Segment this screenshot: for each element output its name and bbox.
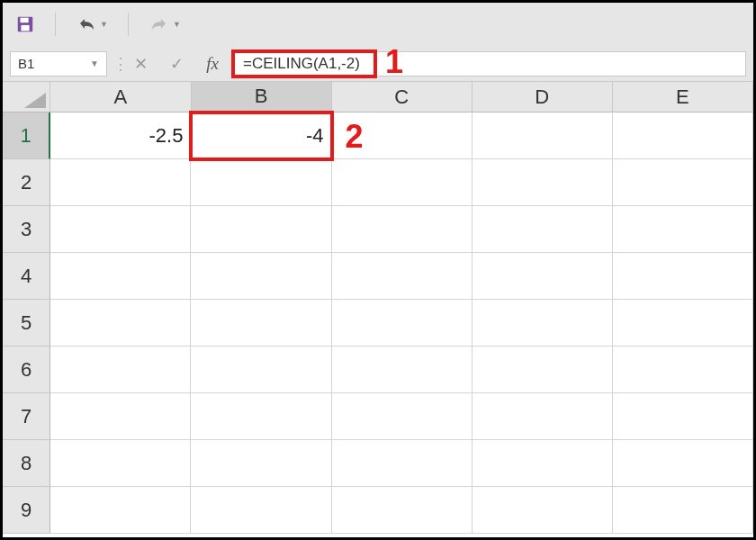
cell-D5[interactable] xyxy=(472,300,613,346)
name-box[interactable]: B1 ▼ xyxy=(10,51,107,76)
cell-C4[interactable] xyxy=(332,253,472,300)
cell-D8[interactable] xyxy=(472,440,613,487)
formula-input[interactable]: =CEILING(A1,-2) 1 xyxy=(233,51,746,76)
grid-row-8: 8 xyxy=(3,440,753,487)
redo-button[interactable]: ▼ xyxy=(148,15,181,33)
cell-A8[interactable] xyxy=(50,440,191,487)
cell-E7[interactable] xyxy=(613,393,753,440)
cell-B5[interactable] xyxy=(191,300,331,346)
cell-E8[interactable] xyxy=(613,440,753,487)
cell-C8[interactable] xyxy=(332,440,472,487)
column-header-A[interactable]: A xyxy=(50,82,191,112)
row-header-3[interactable]: 3 xyxy=(3,206,50,253)
svg-rect-1 xyxy=(21,18,29,23)
cancel-icon: ✕ xyxy=(134,54,148,74)
cell-C5[interactable] xyxy=(332,300,472,346)
grid-row-7: 7 xyxy=(3,393,753,440)
column-header-E[interactable]: E xyxy=(613,82,753,112)
cell-D1[interactable] xyxy=(472,112,613,159)
cell-A1[interactable]: -2.5 xyxy=(50,112,191,159)
row-header-1[interactable]: 1 xyxy=(3,112,50,159)
save-icon xyxy=(15,14,35,34)
column-header-B[interactable]: B xyxy=(192,82,332,112)
grid-row-4: 4 xyxy=(3,253,753,300)
chevron-down-icon: ▼ xyxy=(90,58,99,68)
chevron-down-icon: ▼ xyxy=(173,20,181,29)
cell-D2[interactable] xyxy=(472,159,613,206)
fx-icon: fx xyxy=(206,54,219,74)
grid-row-5: 5 xyxy=(3,300,753,346)
cell-C2[interactable] xyxy=(332,159,472,206)
cell-D3[interactable] xyxy=(472,206,613,253)
grid-row-2: 2 xyxy=(3,159,753,206)
cell-A5[interactable] xyxy=(50,300,191,346)
cell-A7[interactable] xyxy=(50,393,191,440)
cell-E4[interactable] xyxy=(613,253,753,300)
formula-bar: B1 ▼ ⋮ ✕ ✓ fx =CEILING(A1,-2) 1 xyxy=(3,46,753,82)
cell-B1-value: -4 xyxy=(306,124,324,148)
insert-function-button[interactable]: fx xyxy=(197,51,228,76)
cell-E3[interactable] xyxy=(613,206,753,253)
cell-A6[interactable] xyxy=(50,346,191,393)
formula-text: =CEILING(A1,-2) xyxy=(243,55,360,73)
cell-E5[interactable] xyxy=(613,300,753,346)
undo-button[interactable]: ▼ xyxy=(76,15,108,33)
cell-B4[interactable] xyxy=(191,253,331,300)
cell-B6[interactable] xyxy=(191,346,331,393)
cell-E2[interactable] xyxy=(613,159,753,206)
row-header-9[interactable]: 9 xyxy=(3,487,50,534)
name-box-value: B1 xyxy=(18,56,34,71)
row-header-6[interactable]: 6 xyxy=(3,346,50,393)
cell-B9[interactable] xyxy=(191,487,331,534)
cell-D4[interactable] xyxy=(472,253,613,300)
cell-C7[interactable] xyxy=(332,393,472,440)
cell-E9[interactable] xyxy=(613,487,753,534)
svg-rect-2 xyxy=(21,25,29,31)
cell-E6[interactable] xyxy=(613,346,753,393)
cell-C6[interactable] xyxy=(332,346,472,393)
grid-row-3: 3 xyxy=(3,206,753,253)
qat-separator xyxy=(55,13,56,36)
cancel-formula-button[interactable]: ✕ xyxy=(125,51,156,76)
row-header-8[interactable]: 8 xyxy=(3,440,50,487)
cell-A2[interactable] xyxy=(50,159,191,206)
formula-bar-separator: ⋮ xyxy=(112,54,120,74)
column-header-D[interactable]: D xyxy=(472,82,613,112)
cell-A3[interactable] xyxy=(50,206,191,253)
callout-2-label: 2 xyxy=(346,118,364,156)
row-header-4[interactable]: 4 xyxy=(3,253,50,300)
row-header-7[interactable]: 7 xyxy=(3,393,50,440)
column-header-C[interactable]: C xyxy=(332,82,472,112)
cell-B8[interactable] xyxy=(191,440,331,487)
grid-row-9: 9 xyxy=(3,487,753,534)
cell-D9[interactable] xyxy=(472,487,613,534)
spreadsheet-grid: A B C D E 1 -2.5 -4 2 2 3 4 xyxy=(3,82,753,534)
cell-C3[interactable] xyxy=(332,206,472,253)
row-header-5[interactable]: 5 xyxy=(3,300,50,346)
cell-E1[interactable] xyxy=(613,112,753,159)
cell-D7[interactable] xyxy=(472,393,613,440)
cell-A4[interactable] xyxy=(50,253,191,300)
enter-formula-button[interactable]: ✓ xyxy=(161,51,192,76)
row-header-2[interactable]: 2 xyxy=(3,159,50,206)
qat-separator xyxy=(128,13,129,36)
cell-B1[interactable]: -4 2 xyxy=(191,112,331,159)
redo-icon xyxy=(148,15,170,33)
cell-B7[interactable] xyxy=(191,393,331,440)
column-header-row: A B C D E xyxy=(3,82,753,112)
quick-access-toolbar: ▼ ▼ xyxy=(3,3,753,46)
select-all-corner[interactable] xyxy=(3,82,50,112)
cell-C9[interactable] xyxy=(332,487,472,534)
save-button[interactable] xyxy=(15,14,35,34)
chevron-down-icon: ▼ xyxy=(100,20,108,29)
undo-icon xyxy=(76,15,97,33)
grid-row-6: 6 xyxy=(3,346,753,393)
check-icon: ✓ xyxy=(170,54,184,74)
grid-row-1: 1 -2.5 -4 2 xyxy=(3,112,753,159)
cell-B2[interactable] xyxy=(191,159,331,206)
cell-B3[interactable] xyxy=(191,206,331,253)
callout-1-label: 1 xyxy=(385,43,403,81)
cell-D6[interactable] xyxy=(472,346,613,393)
cell-A9[interactable] xyxy=(50,487,191,534)
